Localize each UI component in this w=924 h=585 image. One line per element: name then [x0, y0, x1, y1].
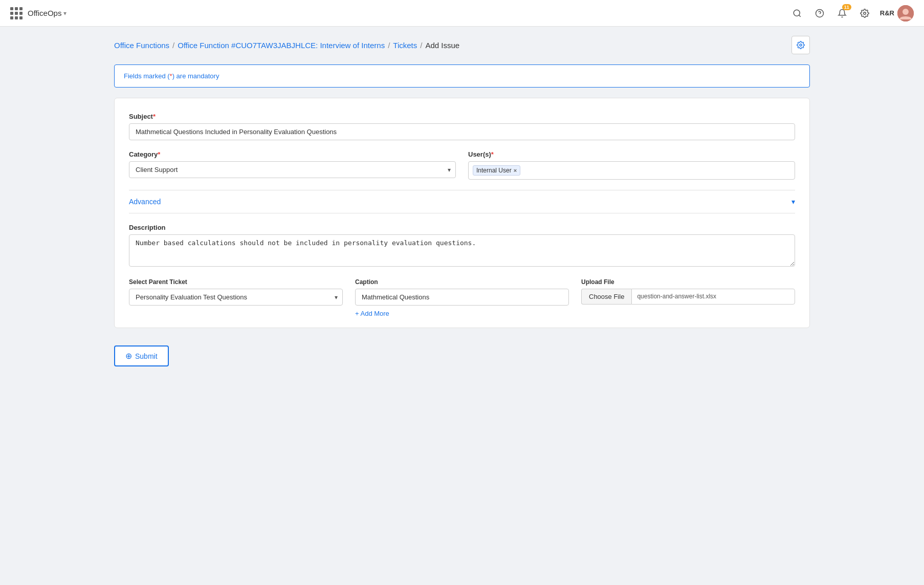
file-input-group: Choose File question-and-answer-list.xls…	[581, 289, 795, 305]
breadcrumb-settings-button[interactable]	[791, 36, 810, 54]
breadcrumb-sep-2: /	[388, 41, 390, 50]
page-content: Office Functions / Office Function #CUO7…	[104, 0, 820, 387]
advanced-fields-row: Select Parent Ticket Personality Evaluat…	[129, 278, 795, 317]
settings-icon[interactable]	[857, 6, 872, 20]
upload-file-field: Upload File Choose File question-and-ans…	[581, 278, 795, 317]
caption-input[interactable]	[355, 289, 569, 306]
parent-ticket-field: Select Parent Ticket Personality Evaluat…	[129, 278, 343, 317]
breadcrumb-sep-3: /	[420, 41, 422, 50]
parent-ticket-label: Select Parent Ticket	[129, 278, 343, 286]
breadcrumb-tickets[interactable]: Tickets	[393, 41, 417, 50]
submit-button[interactable]: ⊕ Submit	[114, 345, 169, 366]
upload-file-label: Upload File	[581, 278, 795, 286]
nav-left: OfficeOps ▾	[10, 7, 67, 19]
caption-label: Caption	[355, 278, 569, 286]
users-label: User(s)*	[468, 150, 795, 158]
category-select-wrapper: Client Support Technical Support HR Fina…	[129, 161, 456, 178]
app-name[interactable]: OfficeOps ▾	[28, 9, 67, 17]
subject-required-star: *	[153, 113, 156, 120]
parent-ticket-select-wrapper: Personality Evaluation Test Questions ▾	[129, 289, 343, 306]
description-textarea[interactable]: Number based calculations should not be …	[129, 234, 795, 267]
users-required-star: *	[491, 150, 494, 158]
mandatory-text: Fields marked (*) are mandatory	[124, 72, 219, 80]
users-tag-input[interactable]: Internal User ×	[468, 161, 795, 180]
choose-file-button[interactable]: Choose File	[581, 289, 631, 305]
category-label: Category*	[129, 150, 456, 158]
description-label: Description	[129, 224, 795, 231]
subject-field-row: Subject*	[129, 113, 795, 140]
file-name-display: question-and-answer-list.xlsx	[631, 289, 795, 305]
advanced-chevron-icon: ▾	[791, 198, 795, 206]
breadcrumb: Office Functions / Office Function #CUO7…	[114, 36, 810, 54]
search-icon[interactable]	[790, 6, 804, 20]
user-tag: Internal User ×	[473, 165, 520, 176]
submit-area: ⊕ Submit	[114, 338, 810, 366]
nav-right: 11 R&R	[790, 5, 914, 21]
subject-input[interactable]	[129, 123, 795, 140]
svg-point-4	[864, 12, 866, 14]
notification-badge: 11	[842, 4, 851, 10]
description-field-row: Description Number based calculations sh…	[129, 224, 795, 268]
breadcrumb-office-functions[interactable]: Office Functions	[114, 41, 169, 50]
parent-ticket-select[interactable]: Personality Evaluation Test Questions	[129, 289, 343, 306]
category-users-row: Category* Client Support Technical Suppo…	[129, 150, 795, 180]
advanced-section-header[interactable]: Advanced ▾	[129, 190, 795, 213]
users-field: User(s)* Internal User ×	[468, 150, 795, 180]
user-profile[interactable]: R&R	[880, 5, 914, 21]
advanced-title: Advanced	[129, 198, 161, 206]
mandatory-fields-banner: Fields marked (*) are mandatory	[114, 64, 810, 88]
category-field: Category* Client Support Technical Suppo…	[129, 150, 456, 180]
add-more-link[interactable]: + Add More	[355, 310, 389, 317]
app-grid-icon[interactable]	[10, 7, 23, 19]
breadcrumb-sep-1: /	[172, 41, 174, 50]
app-dropdown-chevron: ▾	[63, 10, 67, 17]
breadcrumb-office-function-detail[interactable]: Office Function #CUO7TAW3JABJHLCE: Inter…	[178, 41, 385, 50]
caption-field: Caption + Add More	[355, 278, 569, 317]
help-icon[interactable]	[812, 6, 827, 20]
svg-point-6	[903, 9, 909, 15]
top-navigation: OfficeOps ▾ 11	[0, 0, 924, 27]
user-avatar	[897, 5, 914, 21]
submit-icon: ⊕	[125, 351, 132, 361]
category-required-star: *	[158, 150, 160, 158]
user-initials: R&R	[880, 9, 894, 17]
notification-icon[interactable]: 11	[835, 6, 849, 20]
svg-point-7	[800, 44, 802, 46]
user-tag-remove[interactable]: ×	[514, 167, 517, 174]
category-select[interactable]: Client Support Technical Support HR Fina…	[129, 161, 456, 178]
subject-label: Subject*	[129, 113, 795, 120]
svg-line-1	[799, 15, 800, 16]
issue-form: Subject* Category* Client Support Techni…	[114, 98, 810, 328]
breadcrumb-items: Office Functions / Office Function #CUO7…	[114, 41, 459, 50]
svg-point-0	[794, 10, 800, 16]
breadcrumb-add-issue: Add Issue	[425, 41, 459, 50]
